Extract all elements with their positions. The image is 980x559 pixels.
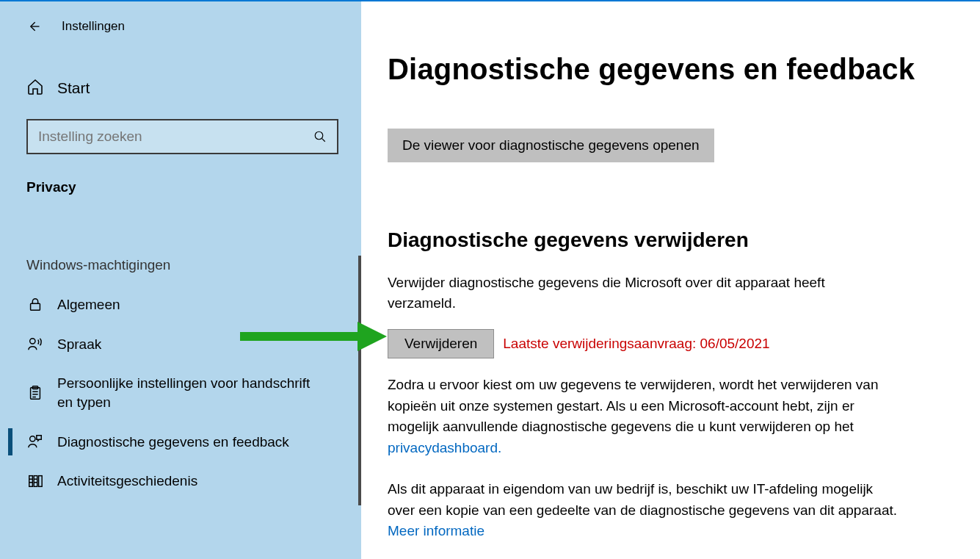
sidebar-item-activity[interactable]: Activiteitsgeschiedenis bbox=[0, 461, 361, 501]
sidebar-item-label: Algemeen bbox=[57, 295, 120, 314]
svg-point-2 bbox=[30, 339, 35, 344]
sidebar-start[interactable]: Start bbox=[0, 78, 361, 98]
last-delete-request-text: Laatste verwijderingsaanvraag: 06/05/202… bbox=[503, 336, 769, 352]
open-viewer-button[interactable]: De viewer voor diagnostische gegevens op… bbox=[388, 129, 714, 162]
activity-icon bbox=[26, 473, 44, 489]
speech-icon bbox=[26, 336, 44, 352]
lock-icon bbox=[26, 297, 44, 313]
delete-row: Verwijderen Laatste verwijderingsaanvraa… bbox=[388, 329, 936, 358]
content: Diagnostische gegevens en feedback De vi… bbox=[361, 1, 980, 559]
privacy-dashboard-link[interactable]: privacydashboard. bbox=[388, 440, 501, 455]
more-info-link[interactable]: Meer informatie bbox=[388, 523, 484, 538]
search-wrap bbox=[0, 119, 361, 154]
settings-window: Instellingen Start Privacy Windows-macht… bbox=[0, 0, 980, 559]
delete-section-heading: Diagnostische gegevens verwijderen bbox=[388, 228, 936, 252]
feedback-icon bbox=[26, 433, 44, 450]
page-title: Diagnostische gegevens en feedback bbox=[388, 53, 936, 86]
clipboard-icon bbox=[26, 385, 44, 401]
svg-point-5 bbox=[30, 436, 35, 441]
sidebar-item-speech[interactable]: Spraak bbox=[0, 325, 361, 364]
app-title: Instellingen bbox=[62, 19, 125, 34]
svg-rect-6 bbox=[29, 476, 33, 487]
delete-intro-text: Verwijder diagnostische gegevens die Mic… bbox=[388, 273, 894, 313]
sidebar-group-label: Windows-machtigingen bbox=[0, 257, 361, 273]
svg-point-0 bbox=[315, 131, 323, 140]
start-label: Start bbox=[57, 79, 90, 97]
sidebar-item-label: Persoonlijke instellingen voor handschri… bbox=[57, 374, 322, 411]
sidebar-item-label: Diagnostische gegevens en feedback bbox=[57, 433, 289, 452]
svg-rect-8 bbox=[39, 476, 43, 487]
delete-body-1: Zodra u ervoor kiest om uw gegevens te v… bbox=[388, 375, 901, 458]
body2-text: Als dit apparaat in eigendom van uw bedr… bbox=[388, 481, 897, 518]
home-icon bbox=[26, 78, 44, 98]
search-icon bbox=[313, 130, 327, 143]
sidebar-header: Instellingen bbox=[0, 1, 361, 51]
back-icon[interactable] bbox=[26, 19, 41, 34]
search-input[interactable] bbox=[38, 129, 313, 145]
svg-rect-7 bbox=[34, 476, 37, 487]
sidebar-item-inking[interactable]: Persoonlijke instellingen voor handschri… bbox=[0, 364, 361, 422]
svg-rect-1 bbox=[31, 303, 40, 310]
sidebar-item-label: Activiteitsgeschiedenis bbox=[57, 472, 197, 491]
sidebar-item-general[interactable]: Algemeen bbox=[0, 285, 361, 325]
delete-button[interactable]: Verwijderen bbox=[388, 329, 494, 358]
search-box[interactable] bbox=[26, 119, 338, 154]
delete-body-2: Als dit apparaat in eigendom van uw bedr… bbox=[388, 479, 901, 542]
sidebar-scrollbar-thumb[interactable] bbox=[358, 256, 361, 505]
body1-text: Zodra u ervoor kiest om uw gegevens te v… bbox=[388, 377, 879, 434]
sidebar-item-diagnostics[interactable]: Diagnostische gegevens en feedback bbox=[0, 422, 361, 462]
sidebar-section-label: Privacy bbox=[0, 179, 361, 195]
sidebar: Instellingen Start Privacy Windows-macht… bbox=[0, 1, 361, 559]
sidebar-item-label: Spraak bbox=[57, 335, 101, 354]
